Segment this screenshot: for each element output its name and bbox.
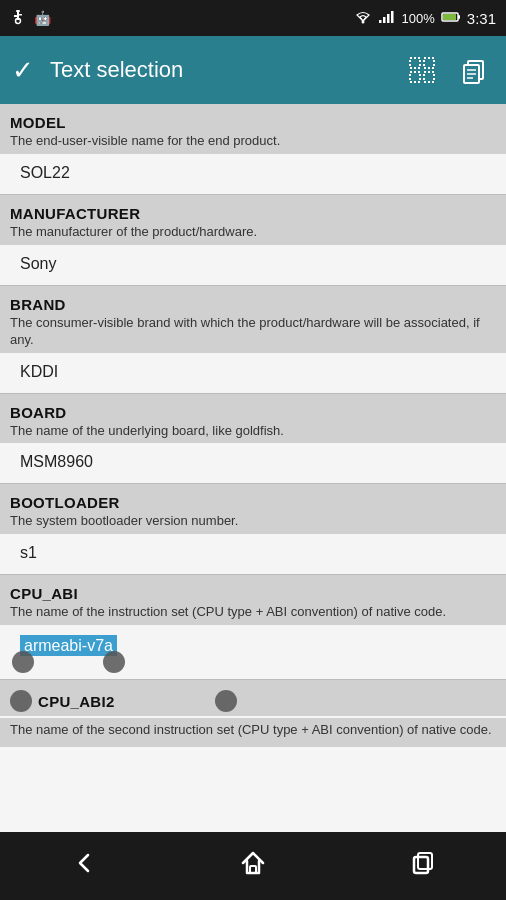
time-display: 3:31 [467, 10, 496, 27]
cpu-abi2-handle-right[interactable] [215, 690, 237, 712]
status-bar-right: 100% 3:31 [354, 10, 496, 27]
row-cpu-abi2: CPU_ABI2 The name of the second instruct… [0, 680, 506, 747]
signal-icon [378, 10, 396, 26]
bootloader-value[interactable]: s1 [0, 534, 506, 574]
manufacturer-label: MANUFACTURER [10, 205, 496, 222]
usb-icon [10, 9, 26, 28]
wifi-icon [354, 10, 372, 27]
cpu-abi-label: CPU_ABI [10, 585, 496, 602]
android-icon: 🤖 [34, 10, 51, 26]
row-bootloader: BOOTLOADER The system bootloader version… [0, 484, 506, 574]
selected-text[interactable]: armeabi-v7a [20, 635, 117, 656]
board-value[interactable]: MSM8960 [0, 443, 506, 483]
selection-handle-right[interactable] [103, 651, 125, 673]
svg-rect-4 [19, 14, 22, 16]
board-desc: The name of the underlying board, like g… [10, 423, 496, 440]
row-board: BOARD The name of the underlying board, … [0, 394, 506, 484]
svg-point-5 [361, 20, 364, 23]
svg-rect-23 [414, 857, 428, 873]
battery-icon [441, 11, 461, 26]
board-header: BOARD The name of the underlying board, … [0, 394, 506, 444]
svg-point-2 [16, 18, 21, 23]
svg-rect-12 [458, 15, 460, 19]
manufacturer-desc: The manufacturer of the product/hardware… [10, 224, 496, 241]
app-bar-title: Text selection [50, 57, 402, 83]
row-brand: BRAND The consumer-visible brand with wh… [0, 286, 506, 393]
svg-rect-14 [424, 58, 434, 68]
check-button[interactable]: ✓ [12, 55, 34, 86]
svg-rect-6 [379, 20, 382, 23]
bootloader-label: BOOTLOADER [10, 494, 496, 511]
content-area: MODEL The end-user-visible name for the … [0, 104, 506, 832]
cpu-abi-header: CPU_ABI The name of the instruction set … [0, 575, 506, 625]
svg-rect-11 [443, 14, 456, 20]
selected-text-wrapper: armeabi-v7a [20, 637, 117, 655]
manufacturer-header: MANUFACTURER The manufacturer of the pro… [0, 195, 506, 245]
cpu-abi2-header: CPU_ABI2 [0, 680, 506, 716]
row-manufacturer: MANUFACTURER The manufacturer of the pro… [0, 195, 506, 285]
board-label: BOARD [10, 404, 496, 421]
cpu-abi-value[interactable]: armeabi-v7a [0, 625, 506, 679]
status-bar: 🤖 100% 3:31 [0, 0, 506, 36]
selection-handle-left[interactable] [12, 651, 34, 673]
cpu-abi2-desc: The name of the second instruction set (… [0, 718, 506, 747]
cpu-abi-desc: The name of the instruction set (CPU typ… [10, 604, 496, 621]
model-desc: The end-user-visible name for the end pr… [10, 133, 496, 150]
model-label: MODEL [10, 114, 496, 131]
bootloader-desc: The system bootloader version number. [10, 513, 496, 530]
cpu-abi2-handle-left[interactable] [10, 690, 32, 712]
manufacturer-value[interactable]: Sony [0, 245, 506, 285]
svg-rect-3 [14, 15, 17, 17]
battery-percent: 100% [402, 11, 435, 26]
model-header: MODEL The end-user-visible name for the … [0, 104, 506, 154]
grid-view-button[interactable] [402, 50, 442, 90]
cpu-abi2-label: CPU_ABI2 [34, 693, 115, 710]
row-cpu-abi: CPU_ABI The name of the instruction set … [0, 575, 506, 679]
home-button[interactable] [223, 847, 283, 886]
svg-rect-13 [410, 58, 420, 68]
svg-rect-16 [424, 72, 434, 82]
recent-apps-button[interactable] [392, 847, 452, 886]
brand-header: BRAND The consumer-visible brand with wh… [0, 286, 506, 353]
brand-desc: The consumer-visible brand with which th… [10, 315, 496, 349]
bottom-nav [0, 832, 506, 900]
svg-rect-15 [410, 72, 420, 82]
app-bar-actions [402, 50, 494, 90]
svg-rect-8 [387, 14, 390, 23]
row-model: MODEL The end-user-visible name for the … [0, 104, 506, 194]
back-button[interactable] [54, 847, 114, 886]
svg-rect-9 [391, 11, 394, 23]
svg-rect-7 [383, 17, 386, 23]
brand-value[interactable]: KDDI [0, 353, 506, 393]
svg-rect-0 [16, 10, 20, 12]
model-value[interactable]: SOL22 [0, 154, 506, 194]
bootloader-header: BOOTLOADER The system bootloader version… [0, 484, 506, 534]
app-bar: ✓ Text selection [0, 36, 506, 104]
brand-label: BRAND [10, 296, 496, 313]
copy-button[interactable] [454, 50, 494, 90]
svg-rect-24 [418, 853, 432, 869]
status-bar-left: 🤖 [10, 9, 51, 28]
